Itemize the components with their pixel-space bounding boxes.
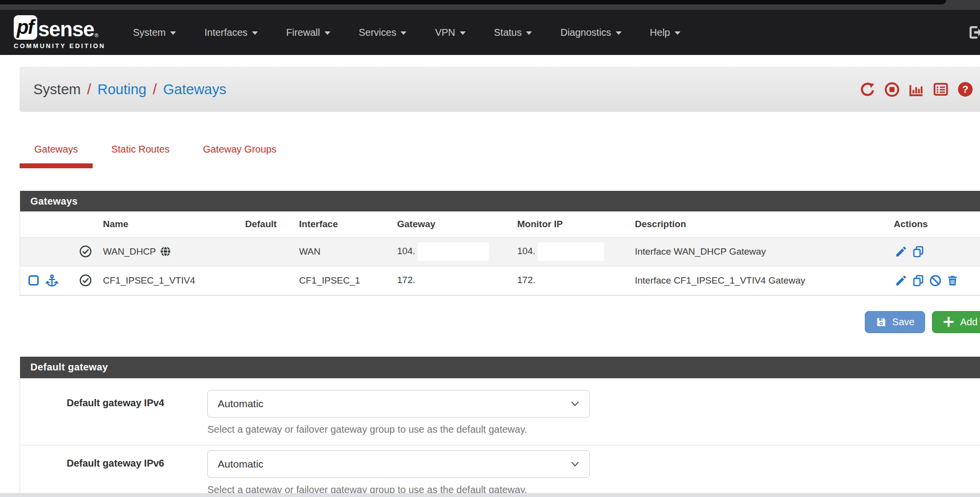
actions-cell (894, 266, 980, 295)
caret-down-icon (325, 31, 330, 35)
gateway-cell: 104. (397, 237, 517, 266)
nav-item-label: Interfaces (204, 27, 248, 38)
table-actions-row: Save Add (20, 311, 980, 333)
disable-gateway-button[interactable] (928, 273, 943, 288)
nav-item-vpn[interactable]: VPN (435, 27, 465, 38)
page-body: System / Routing / Gateways (0, 55, 980, 497)
selected-value: Automatic (218, 458, 263, 470)
nav-item-label: Diagnostics (560, 27, 611, 38)
breadcrumb-gateways-link[interactable]: Gateways (163, 81, 226, 98)
breadcrumb: System / Routing / Gateways (33, 81, 226, 98)
breadcrumb-system: System (33, 81, 81, 98)
row-select-checkbox[interactable] (28, 275, 39, 286)
default-gateway-globe-icon (159, 245, 172, 258)
copy-icon (912, 245, 925, 258)
gateway-ip-prefix: 104. (397, 246, 415, 256)
edit-gateway-button[interactable] (894, 273, 908, 288)
save-button[interactable]: Save (865, 311, 926, 333)
default-gateway-panel-title: Default gateway (20, 357, 980, 378)
description-cell: Interface WAN_DHCP Gateway (635, 237, 894, 266)
caret-down-icon (675, 31, 680, 35)
redacted-ip (418, 242, 489, 261)
nav-item-label: Status (494, 27, 522, 38)
save-button-label: Save (892, 316, 915, 328)
col-actions: Actions (894, 211, 980, 237)
caret-down-icon (401, 31, 406, 35)
save-floppy-icon (876, 316, 887, 328)
nav-item-diagnostics[interactable]: Diagnostics (560, 27, 621, 38)
default-gateway-ipv6-select[interactable]: Automatic (207, 450, 590, 478)
field-help-text: Select a gateway or failover gateway gro… (207, 424, 590, 435)
help-button[interactable]: ? (957, 81, 974, 98)
copy-gateway-button[interactable] (911, 244, 926, 259)
caret-down-icon (526, 31, 532, 35)
nav-item-status[interactable]: Status (494, 27, 532, 38)
col-status (79, 211, 103, 237)
routing-tabs: Gateways Static Routes Gateway Groups (20, 139, 980, 168)
status-monitoring-button[interactable] (908, 81, 925, 98)
nav-item-firewall[interactable]: Firewall (286, 27, 330, 38)
help-icon: ? (957, 81, 974, 98)
plus-icon (943, 316, 955, 328)
monitor-ip-cell: 172. (517, 266, 635, 295)
default-gateway-form: Default gateway IPv4 Automatic Select a … (20, 378, 980, 497)
gateways-panel: Gateways Name Default Interface Gateway … (20, 191, 980, 296)
refresh-button[interactable] (859, 81, 876, 98)
gateway-online-icon (79, 245, 92, 258)
bar-chart-icon (908, 81, 925, 98)
gateway-name: WAN_DHCP (103, 246, 156, 257)
gateway-name: CF1_IPSEC_1_VTIV4 (103, 275, 195, 286)
trash-icon (946, 274, 959, 287)
anchor-icon (45, 274, 59, 288)
delete-gateway-button[interactable] (945, 273, 960, 288)
table-header-row: Name Default Interface Gateway Monitor I… (20, 211, 980, 237)
nav-item-label: Help (650, 27, 670, 38)
refresh-icon (859, 81, 876, 98)
redacted-ip (538, 271, 604, 290)
gateway-cell: 172. (397, 266, 517, 295)
stop-circle-icon (884, 81, 900, 98)
form-row-ipv4: Default gateway IPv4 Automatic Select a … (20, 378, 980, 445)
tab-gateways[interactable]: Gateways (20, 139, 93, 168)
logo-sense-text: sense (38, 19, 94, 40)
page-header-icons: ? (859, 81, 974, 98)
log-list-icon (932, 81, 949, 98)
logo-edition-text: COMMUNITY EDITION (14, 42, 105, 50)
status-cell (79, 237, 103, 266)
caret-down-icon (252, 31, 258, 35)
actions-cell (894, 237, 980, 266)
nav-item-help[interactable]: Help (650, 27, 680, 38)
default-gateway-ipv4-select[interactable]: Automatic (207, 390, 590, 418)
redacted-ip (538, 242, 604, 261)
logout-button[interactable] (965, 23, 980, 42)
pencil-icon (895, 274, 907, 287)
nav-item-interfaces[interactable]: Interfaces (204, 27, 258, 38)
logo-pf-mark: pf (14, 15, 37, 40)
sign-out-icon (967, 24, 980, 41)
nav-item-services[interactable]: Services (359, 27, 407, 38)
stop-button[interactable] (883, 81, 900, 98)
selected-value: Automatic (218, 398, 263, 410)
tab-gateway-groups[interactable]: Gateway Groups (188, 139, 291, 168)
tab-static-routes[interactable]: Static Routes (97, 139, 184, 168)
interface-cell: CF1_IPSEC_1 (299, 266, 397, 295)
default-cell (245, 237, 299, 266)
navbar-menu: System Interfaces Firewall Services VPN … (133, 27, 680, 38)
gateway-ip-prefix: 172. (397, 275, 415, 285)
col-select (20, 211, 79, 237)
nav-item-system[interactable]: System (133, 27, 176, 38)
edit-gateway-button[interactable] (894, 244, 908, 259)
copy-gateway-button[interactable] (911, 273, 926, 288)
ban-icon (929, 274, 942, 287)
gateway-online-icon (79, 274, 92, 287)
status-cell (79, 266, 103, 295)
pfsense-logo[interactable]: pfsense® COMMUNITY EDITION (14, 15, 105, 50)
default-cell (245, 266, 299, 295)
caret-down-icon (616, 31, 622, 35)
interface-cell: WAN (299, 237, 397, 266)
breadcrumb-routing-link[interactable]: Routing (98, 81, 147, 98)
form-row-ipv6: Default gateway IPv6 Automatic Select a … (20, 445, 980, 497)
log-button[interactable] (932, 81, 949, 98)
add-gateway-button[interactable]: Add (932, 311, 980, 333)
name-cell: CF1_IPSEC_1_VTIV4 (103, 266, 245, 295)
